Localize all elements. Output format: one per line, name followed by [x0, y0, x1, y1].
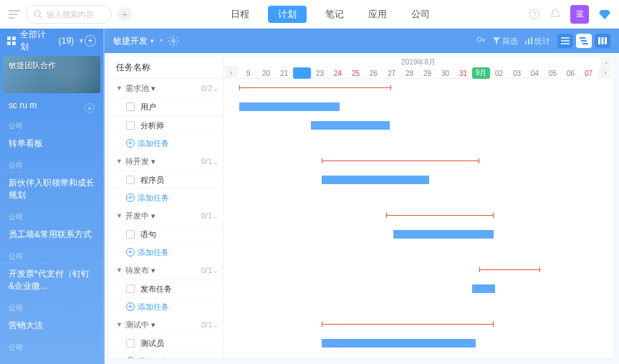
date-cell[interactable]: 24 — [329, 70, 347, 77]
add-task-button[interactable]: +添加任务 — [109, 298, 223, 315]
checkbox[interactable] — [126, 176, 135, 184]
plus-icon: + — [126, 302, 135, 311]
nav-tab-0[interactable]: 日程 — [225, 0, 255, 29]
svg-rect-10 — [528, 39, 529, 44]
date-cell[interactable]: 29 — [418, 70, 436, 77]
svg-rect-17 — [605, 37, 607, 44]
section-menu-icon[interactable]: ⌄ — [212, 84, 219, 93]
sidebar-title[interactable]: 全部计划 (19) ▼ — [7, 29, 85, 53]
filter-btn[interactable]: 筛选 — [493, 36, 518, 47]
collapse-icon[interactable]: ⌄ — [600, 57, 612, 66]
project-dropdown[interactable]: 敏捷开发 ▾ — [113, 35, 154, 47]
gantt-bar[interactable] — [311, 121, 390, 130]
add-task-button[interactable]: +添加任务 — [109, 353, 223, 358]
bell-icon[interactable] — [550, 9, 560, 20]
date-cell[interactable]: 21 — [275, 70, 293, 77]
checkbox[interactable] — [126, 230, 135, 239]
task-row[interactable]: 分析师 — [109, 116, 223, 135]
section-header[interactable]: ▼开发中 ▾0/1⌄ — [109, 206, 223, 225]
project-plus-icon[interactable]: + — [85, 103, 95, 113]
section-header[interactable]: ▼测试中 ▾0/1⌄ — [109, 315, 223, 334]
nav-tab-2[interactable]: 笔记 — [320, 0, 350, 29]
gantt-bar[interactable] — [322, 176, 429, 184]
task-name: 程序员 — [140, 175, 164, 186]
date-cell[interactable]: 07 — [580, 70, 598, 77]
view-list-icon[interactable] — [557, 34, 573, 48]
date-cell[interactable]: 20 — [257, 70, 275, 77]
date-cell[interactable]: 04 — [526, 70, 544, 77]
plus-icon: + — [126, 357, 135, 358]
gantt-next-icon[interactable]: › — [599, 66, 612, 79]
date-cell[interactable] — [293, 67, 311, 79]
date-cell[interactable]: 06 — [562, 70, 580, 77]
section-header[interactable]: ▼待发布 ▾0/1⌄ — [109, 261, 223, 279]
view-board-icon[interactable] — [595, 34, 610, 48]
date-cell[interactable]: 02 — [490, 70, 508, 77]
settings-icon[interactable] — [168, 36, 178, 46]
toolbar: 敏捷开发 ▾ • 筛选 统计 — [105, 29, 619, 53]
task-row[interactable]: 用户 — [109, 97, 223, 116]
add-task-button[interactable]: +添加任务 — [109, 135, 223, 152]
add-task-button[interactable]: +添加任务 — [109, 189, 223, 206]
svg-rect-9 — [525, 41, 527, 44]
date-cell[interactable]: 26 — [365, 70, 383, 77]
nav-tab-3[interactable]: 应用 — [363, 0, 393, 29]
search-icon — [34, 10, 42, 19]
sidebar-project[interactable]: 转单看板公司 — [0, 133, 103, 172]
sidebar-project[interactable]: sc ru m公司+ — [0, 96, 103, 133]
add-button[interactable]: + — [117, 7, 132, 21]
task-row[interactable]: 发布任务 — [109, 279, 223, 298]
sidebar-project[interactable]: 新伙伴入职领带和成长规划公司 — [0, 172, 103, 224]
gantt-prev-icon[interactable]: ‹ — [225, 66, 238, 79]
gantt-bar[interactable] — [393, 230, 494, 239]
section-menu-icon[interactable]: ⌄ — [212, 211, 219, 221]
date-cell[interactable]: 23 — [311, 70, 329, 77]
svg-rect-3 — [7, 37, 11, 40]
section-menu-icon[interactable]: ⌄ — [212, 266, 219, 275]
date-cell[interactable]: 25 — [347, 70, 365, 77]
date-cell[interactable]: 31 — [454, 70, 472, 77]
date-cell[interactable]: 30 — [436, 70, 454, 77]
gantt-bar[interactable] — [322, 339, 476, 348]
date-cell[interactable]: 28 — [400, 70, 418, 77]
nav-tab-1[interactable]: 计划 — [268, 6, 307, 23]
sidebar-add-icon[interactable]: + — [85, 35, 96, 47]
checkbox[interactable] — [126, 284, 135, 293]
add-task-button[interactable]: +添加任务 — [109, 244, 223, 261]
task-row[interactable]: 语句 — [109, 225, 223, 244]
sidebar-project-hero[interactable]: 敏捷团队合作 — [3, 56, 100, 93]
sidebar-project[interactable]: 营销大法公司 — [0, 315, 103, 354]
date-cell[interactable]: 9月 — [472, 67, 490, 79]
section-menu-icon[interactable]: ⌄ — [212, 157, 219, 166]
task-row[interactable]: 测试员 — [109, 334, 223, 353]
section-menu-icon[interactable]: ⌄ — [212, 320, 219, 330]
checkbox[interactable] — [126, 121, 135, 130]
sidebar-project[interactable]: 开发票*代支付（钉钉&企业微...公司 — [0, 263, 103, 315]
search-input[interactable] — [47, 10, 104, 19]
sidebar-project[interactable]: 员工墙&常用联系方式公司 — [0, 224, 103, 263]
date-cell[interactable]: 03 — [508, 70, 526, 77]
chevron-down-icon: ▼ — [116, 267, 123, 274]
svg-rect-5 — [7, 42, 11, 45]
checkbox[interactable] — [126, 102, 135, 111]
help-icon[interactable]: ? — [529, 9, 540, 20]
task-row[interactable]: 程序员 — [109, 171, 223, 189]
section-header[interactable]: ▼需求池 ▾0/2⌄ — [109, 79, 223, 97]
diamond-icon[interactable] — [599, 9, 610, 19]
task-name: 分析师 — [140, 120, 164, 131]
checkbox[interactable] — [126, 339, 135, 348]
menu-icon[interactable] — [9, 10, 20, 19]
section-header[interactable]: ▼待开发 ▾0/1⌄ — [109, 152, 223, 171]
date-cell[interactable]: 05 — [544, 70, 562, 77]
user-plus-icon[interactable] — [476, 37, 486, 45]
user-avatar[interactable]: 蓝 — [570, 5, 589, 24]
gantt-bar[interactable] — [239, 102, 340, 111]
nav-tab-4[interactable]: 公司 — [406, 0, 436, 29]
search-box[interactable] — [26, 5, 112, 24]
plus-icon: + — [126, 248, 135, 257]
date-cell[interactable]: 27 — [383, 70, 400, 77]
stats-btn[interactable]: 统计 — [525, 36, 550, 47]
view-gantt-icon[interactable] — [576, 34, 592, 48]
gantt-bar[interactable] — [472, 284, 495, 293]
date-cell[interactable]: 9 — [239, 70, 257, 77]
